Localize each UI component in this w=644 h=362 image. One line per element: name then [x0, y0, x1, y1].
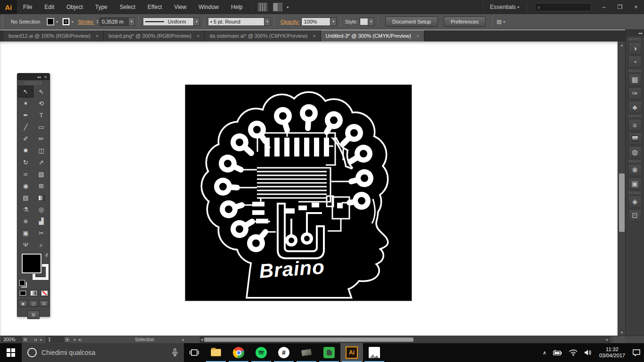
stroke-panel-icon[interactable]: ≡: [628, 119, 642, 131]
color-button[interactable]: [18, 289, 27, 296]
gradient-panel-icon[interactable]: [628, 132, 642, 145]
scroll-down-arrow[interactable]: ▼: [618, 329, 626, 336]
scroll-left-arrow[interactable]: ◂: [201, 337, 203, 342]
tab-board12[interactable]: board12.ai @ 100% (RGB/Preview) ×: [4, 30, 104, 41]
action-center-icon[interactable]: [629, 343, 644, 362]
screen-mode-button[interactable]: ⧉: [27, 311, 40, 319]
artboard-number-field[interactable]: 1: [46, 337, 65, 343]
stroke-panel-link[interactable]: Stroke:: [78, 19, 94, 25]
draw-normal-button[interactable]: ▣: [18, 300, 28, 307]
type-tool[interactable]: T: [33, 109, 49, 121]
zoom-tool[interactable]: ⌕: [33, 239, 49, 251]
taskbar-app-file-explorer[interactable]: [205, 343, 227, 362]
volume-icon[interactable]: [581, 343, 595, 362]
expand-panels-icon[interactable]: ◂◂: [638, 31, 642, 35]
go-to-bridge-icon[interactable]: [258, 3, 267, 11]
zoom-level-field[interactable]: 300%: [1, 337, 23, 343]
stroke-weight-dropdown[interactable]: ▼: [129, 17, 135, 26]
close-icon[interactable]: ×: [197, 33, 199, 39]
menu-window[interactable]: Window: [192, 0, 225, 14]
column-graph-tool[interactable]: ▟: [33, 215, 49, 227]
taskbar-clock[interactable]: 11:32 03/04/2017: [595, 343, 629, 362]
color-panel-icon[interactable]: ◑: [628, 42, 642, 54]
width-profile-dropdown[interactable]: ▼: [194, 17, 200, 26]
panel-grip[interactable]: [1, 16, 4, 28]
opacity-panel-link[interactable]: Opacity:: [281, 19, 299, 25]
paintbrush-tool[interactable]: ✐: [18, 133, 33, 145]
graphic-styles-panel-icon[interactable]: ▣: [628, 178, 642, 190]
menu-view[interactable]: View: [168, 0, 193, 14]
stroke-weight-stepper[interactable]: ▲▼: [96, 19, 99, 24]
selection-tool[interactable]: ↖: [18, 86, 33, 98]
task-view-button[interactable]: [184, 343, 205, 362]
slice-tool[interactable]: ✂: [33, 227, 49, 239]
horizontal-scrollbar[interactable]: ◂ ▸: [200, 337, 610, 343]
appearance-panel-icon[interactable]: ❋: [628, 164, 642, 176]
perspective-grid-tool[interactable]: ⊞: [33, 180, 49, 192]
taskbar-app-photos[interactable]: [363, 343, 386, 362]
brush-definition-select[interactable]: • 5 pt. Round: [208, 17, 264, 26]
transparency-panel-icon[interactable]: ◍: [628, 146, 642, 158]
default-fill-stroke-icon[interactable]: [19, 280, 25, 286]
next-artboard-button[interactable]: ▸: [74, 337, 76, 342]
menu-edit[interactable]: Edit: [38, 0, 60, 14]
tab-board-png[interactable]: board.png* @ 300% (RGB/Preview) ×: [104, 30, 205, 41]
blend-tool[interactable]: ◎: [33, 204, 49, 215]
direct-selection-tool[interactable]: ⇖: [33, 86, 49, 98]
artboards-panel-icon[interactable]: ⊡: [628, 209, 642, 222]
battery-icon[interactable]: [550, 343, 566, 362]
close-button[interactable]: ×: [628, 2, 644, 12]
align-glyphs-icon[interactable]: ⊞: [496, 18, 502, 25]
width-profile-select[interactable]: Uniform: [143, 17, 194, 26]
microphone-icon[interactable]: [172, 348, 178, 357]
brushes-panel-icon[interactable]: ✑: [628, 87, 642, 99]
artboard[interactable]: Braino: [185, 85, 412, 301]
taskbar-app-evernote[interactable]: [318, 343, 340, 362]
shape-builder-tool[interactable]: ◉: [18, 180, 33, 192]
draw-behind-button[interactable]: ◲: [29, 300, 38, 307]
opacity-field[interactable]: 100%: [301, 17, 330, 26]
color-guide-panel-icon[interactable]: ◔: [628, 56, 642, 68]
scale-tool[interactable]: ⇗: [33, 156, 49, 168]
cortana-search-box[interactable]: Chiedimi qualcosa: [22, 343, 184, 362]
scroll-up-arrow[interactable]: ▲: [618, 41, 626, 48]
artboard-tool[interactable]: ▣: [18, 227, 33, 239]
width-tool[interactable]: ≍: [18, 168, 33, 180]
style-dropdown[interactable]: ▼: [368, 17, 374, 26]
layers-panel-icon[interactable]: ◈: [628, 196, 642, 208]
menu-help[interactable]: Help: [225, 0, 249, 14]
dock-header[interactable]: ◂◂: [626, 30, 644, 36]
free-transform-tool[interactable]: ▧: [33, 168, 49, 180]
blob-brush-tool[interactable]: ✹: [18, 145, 33, 156]
line-segment-tool[interactable]: ╱: [18, 121, 33, 133]
mesh-tool[interactable]: ▤: [18, 192, 33, 204]
start-button[interactable]: [0, 343, 22, 362]
preferences-button[interactable]: Preferences: [444, 16, 486, 27]
fill-color-control[interactable]: ▼: [47, 18, 58, 25]
tab-untitled-3[interactable]: Untitled-3* @ 300% (CMYK/Preview) ×: [321, 30, 425, 41]
first-artboard-button[interactable]: |◂: [34, 337, 37, 342]
magic-wand-tool[interactable]: ✶: [18, 98, 33, 109]
vertical-scrollbar[interactable]: ▲ ▼: [618, 41, 625, 336]
taskbar-app-spotify[interactable]: [250, 343, 272, 362]
tab-da-sistemaer[interactable]: da sistemaer.ai* @ 300% (CMYK/Preview) ×: [205, 30, 321, 41]
hand-tool[interactable]: Ψ: [18, 239, 33, 251]
minimize-button[interactable]: –: [596, 2, 612, 12]
previous-artboard-button[interactable]: ◂: [40, 337, 41, 342]
scroll-right-arrow[interactable]: ▸: [606, 337, 608, 342]
gradient-button[interactable]: [29, 289, 38, 296]
restore-button[interactable]: ❐: [612, 2, 628, 12]
close-icon[interactable]: ×: [313, 33, 315, 39]
menu-select[interactable]: Select: [114, 0, 141, 14]
pen-tool[interactable]: ✒: [18, 109, 33, 121]
lasso-tool[interactable]: ⟲: [33, 98, 49, 109]
draw-inside-button[interactable]: 回: [39, 300, 49, 307]
collapse-panel-icon[interactable]: ◂◂: [37, 75, 41, 79]
gradient-tool[interactable]: [33, 192, 49, 204]
tools-panel-header[interactable]: ◂◂ ✕: [17, 74, 50, 80]
zoom-dropdown[interactable]: ▼: [23, 337, 28, 343]
menu-effect[interactable]: Effect: [141, 0, 168, 14]
close-icon[interactable]: ×: [96, 33, 99, 39]
eyedropper-tool[interactable]: ⚗: [18, 204, 33, 215]
wifi-icon[interactable]: [566, 343, 581, 362]
